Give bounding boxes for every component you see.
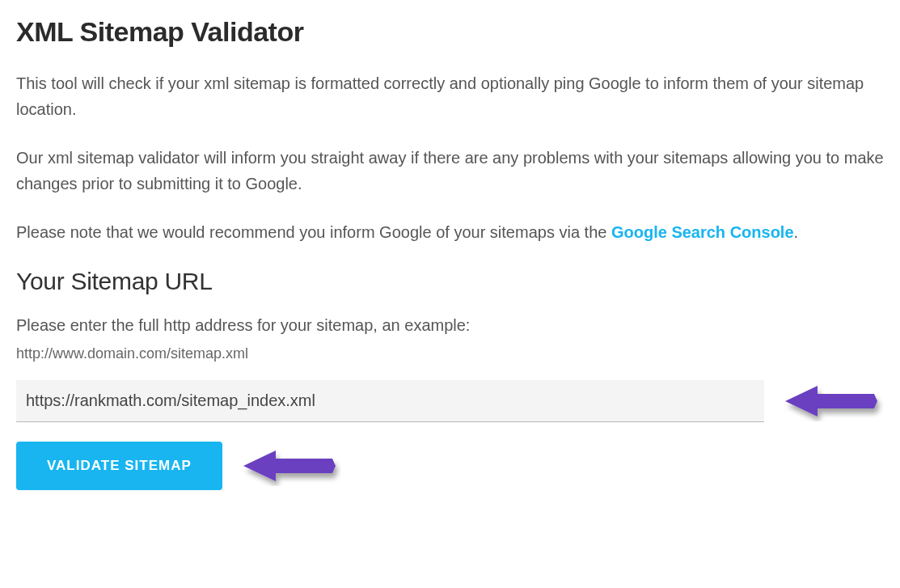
arrow-left-icon	[779, 381, 884, 421]
description-paragraph-1: This tool will check if your xml sitemap…	[16, 70, 884, 122]
validate-sitemap-button[interactable]: VALIDATE SITEMAP	[16, 442, 222, 490]
url-input-row	[16, 380, 884, 422]
input-hint: Please enter the full http address for y…	[16, 313, 884, 337]
description-paragraph-3: Please note that we would recommend you …	[16, 219, 884, 245]
input-example: http://www.domain.com/sitemap.xml	[16, 345, 884, 362]
paragraph-3-prefix: Please note that we would recommend you …	[16, 223, 611, 241]
arrow-left-icon	[237, 446, 342, 486]
google-search-console-link[interactable]: Google Search Console	[611, 223, 794, 241]
paragraph-3-suffix: .	[794, 223, 799, 241]
page-title: XML Sitemap Validator	[16, 16, 884, 48]
description-paragraph-2: Our xml sitemap validator will inform yo…	[16, 145, 884, 197]
submit-row: VALIDATE SITEMAP	[16, 442, 884, 490]
section-title-sitemap-url: Your Sitemap URL	[16, 268, 884, 295]
sitemap-url-input[interactable]	[16, 380, 764, 422]
